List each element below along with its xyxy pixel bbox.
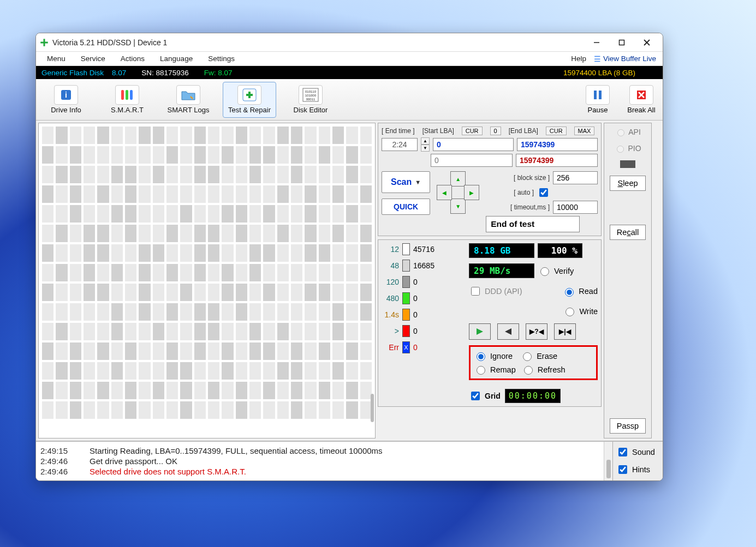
log-row: 2:49:15Starting Reading, LBA=0..15974399… — [36, 441, 663, 480]
speed-display: 29 MB/s — [469, 263, 534, 278]
menu-help[interactable]: Help — [563, 53, 594, 64]
grid-scrollbar[interactable] — [371, 394, 374, 422]
end-lba-label: [End LBA] — [509, 127, 538, 135]
nav-diamond[interactable]: ▲ ▼ ◀ ▶ — [437, 171, 479, 214]
firmware-version: Fw: 8.07 — [204, 69, 233, 77]
verify-radio[interactable] — [540, 267, 549, 276]
log-options: Sound Hints — [612, 442, 663, 480]
smart-logs-tab[interactable]: SMART Logs — [162, 82, 215, 118]
read-radio[interactable] — [565, 288, 574, 297]
svg-marker-19 — [477, 328, 483, 335]
stat-count-12: 45716 — [413, 245, 434, 254]
menu-language[interactable]: Language — [152, 53, 200, 64]
log-scrollbar[interactable] — [604, 442, 612, 480]
app-window: Victoria 5.21 HDD/SSD | Device 1 Menu Se… — [35, 33, 663, 481]
passp-button[interactable]: Passp — [610, 418, 646, 434]
break-all-button[interactable]: Break All — [623, 82, 659, 118]
start-zero-button[interactable]: 0 — [490, 127, 501, 135]
remap-radio[interactable] — [477, 366, 485, 375]
lba-panel: [ End time ] [Start LBA] CUR 0 [End LBA]… — [378, 123, 602, 236]
log-area[interactable]: 2:49:15Starting Reading, LBA=0..15974399… — [36, 442, 604, 480]
prev-button[interactable] — [497, 323, 519, 340]
control-column: [ End time ] [Start LBA] CUR 0 [End LBA]… — [378, 123, 602, 438]
minimize-button[interactable] — [584, 34, 609, 51]
end-lba-input[interactable]: 15974399 — [517, 138, 598, 151]
menu-menu[interactable]: Menu — [39, 53, 73, 64]
grid-checkbox[interactable] — [471, 392, 480, 400]
pio-radio — [617, 146, 624, 153]
quick-button[interactable]: QUICK — [382, 199, 430, 215]
hints-checkbox[interactable] — [618, 465, 627, 474]
view-buffer-link[interactable]: ☰View Buffer Live — [594, 55, 659, 63]
menubar: Menu Service Actions Language Settings H… — [36, 52, 663, 66]
play-button[interactable] — [469, 323, 491, 340]
binary-icon: 01011010100000011 — [299, 85, 323, 105]
svg-text:101000: 101000 — [305, 94, 317, 97]
size-display: 8.18 GB — [469, 243, 534, 258]
info-icon: i — [54, 85, 78, 105]
drive-info-tab[interactable]: i Drive Info — [39, 82, 93, 118]
recall-button[interactable]: Recall — [610, 225, 646, 240]
start-lba-input[interactable]: 0 — [433, 138, 514, 151]
end-max-button[interactable]: MAX — [574, 127, 595, 135]
smart-tab[interactable]: S.M.A.R.T — [100, 82, 154, 118]
percent-display: 100 % — [538, 243, 582, 258]
titlebar[interactable]: Victoria 5.21 HDD/SSD | Device 1 — [36, 33, 663, 52]
pause-button[interactable]: Pause — [580, 82, 616, 118]
scan-grid[interactable] — [38, 123, 376, 438]
close-button[interactable] — [634, 34, 659, 51]
ddd-checkbox[interactable] — [471, 287, 480, 296]
error-action-group: Ignore Erase Remap Refresh — [469, 345, 598, 380]
stat-count-48: 16685 — [413, 261, 434, 270]
menu-actions[interactable]: Actions — [113, 53, 152, 64]
end-time-label: [ End time ] — [382, 127, 415, 135]
main-area: [ End time ] [Start LBA] CUR 0 [End LBA]… — [36, 121, 663, 441]
erase-radio[interactable] — [523, 352, 532, 361]
repair-icon — [237, 85, 261, 105]
random-button[interactable]: ▶?◀ — [526, 323, 547, 340]
svg-rect-1 — [620, 40, 624, 45]
time-spinner[interactable]: ▲▼ — [421, 137, 430, 152]
window-title: Victoria 5.21 HDD/SSD | Device 1 — [52, 38, 584, 47]
test-repair-tab[interactable]: Test & Repair — [223, 82, 276, 118]
end-lba-current: 15974399 — [516, 154, 598, 167]
start-cur-button[interactable]: CUR — [462, 127, 483, 135]
nav-left[interactable]: ◀ — [437, 185, 452, 200]
refresh-radio[interactable] — [524, 366, 533, 375]
auto-checkbox[interactable] — [539, 188, 548, 197]
toolbar: i Drive Info S.M.A.R.T SMART Logs Test &… — [36, 79, 663, 121]
device-info-bar: Generic Flash Disk 8.07 SN: 88175936 Fw:… — [36, 66, 663, 79]
menu-settings[interactable]: Settings — [200, 53, 242, 64]
right-sidebar: API PIO Sleep Recall Passp — [604, 123, 652, 438]
nav-down[interactable]: ▼ — [450, 199, 466, 214]
sleep-button[interactable]: Sleep — [610, 176, 646, 191]
tubes-icon — [115, 85, 139, 105]
svg-marker-20 — [505, 328, 511, 335]
start-lba-current: 0 — [431, 154, 513, 167]
timeout-select[interactable]: 10000 — [553, 201, 598, 214]
nav-up[interactable]: ▲ — [450, 171, 466, 187]
activity-indicator — [620, 160, 635, 168]
folder-icon — [176, 85, 200, 105]
bounds-button[interactable]: ▶|◀ — [554, 323, 576, 340]
scan-button[interactable]: Scan ▼ — [382, 171, 430, 193]
end-of-test-select[interactable]: End of test — [486, 216, 580, 232]
svg-rect-15 — [599, 91, 602, 99]
timer-display: 00:00:00 — [505, 389, 561, 403]
svg-rect-14 — [594, 91, 597, 99]
write-radio[interactable] — [565, 308, 574, 316]
end-time-value: 2:24 — [382, 138, 418, 151]
block-size-select[interactable]: 256 — [553, 171, 598, 184]
svg-text:i: i — [65, 91, 67, 99]
ignore-radio[interactable] — [477, 352, 485, 361]
stats-panel: 1245716 4816685 1200 4800 1.4s0 >0 ErrX0… — [378, 239, 602, 407]
app-icon — [39, 38, 49, 47]
api-radio — [617, 129, 624, 136]
sound-checkbox[interactable] — [618, 448, 627, 456]
disk-editor-tab[interactable]: 01011010100000011 Disk Editor — [284, 82, 337, 118]
maximize-button[interactable] — [609, 34, 634, 51]
end-cur-button[interactable]: CUR — [546, 127, 567, 135]
svg-rect-8 — [130, 90, 133, 100]
nav-right[interactable]: ▶ — [464, 185, 479, 200]
menu-service[interactable]: Service — [73, 53, 113, 64]
